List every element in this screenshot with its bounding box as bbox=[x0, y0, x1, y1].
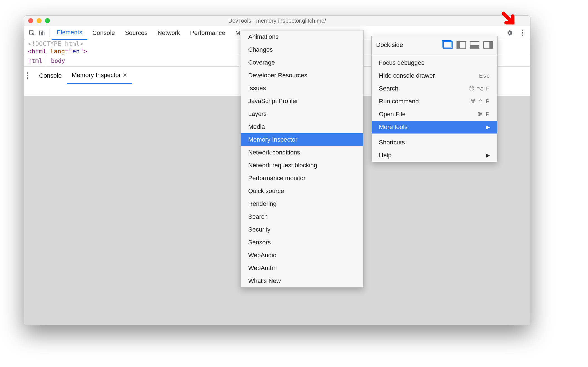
breadcrumb-html[interactable]: html bbox=[24, 55, 47, 66]
tab-network[interactable]: Network bbox=[152, 26, 185, 40]
more-tools-item-javascript-profiler[interactable]: JavaScript Profiler bbox=[241, 95, 363, 108]
drawer-kebab-icon[interactable] bbox=[24, 72, 34, 79]
dock-left-icon[interactable] bbox=[456, 41, 466, 49]
more-tools-item-performance-monitor[interactable]: Performance monitor bbox=[241, 172, 363, 185]
annotation-arrow-icon bbox=[501, 11, 517, 28]
chevron-right-icon: ▶ bbox=[486, 124, 490, 130]
tab-elements[interactable]: Elements bbox=[52, 26, 87, 40]
drawer-tab-console[interactable]: Console bbox=[34, 67, 67, 84]
chevron-right-icon: ▶ bbox=[486, 152, 490, 158]
tab-performance[interactable]: Performance bbox=[185, 26, 230, 40]
more-tools-item-changes[interactable]: Changes bbox=[241, 43, 363, 56]
more-tools-item-layers[interactable]: Layers bbox=[241, 108, 363, 120]
tab-console[interactable]: Console bbox=[87, 26, 120, 40]
dock-right-icon[interactable] bbox=[483, 41, 493, 49]
traffic-close-icon[interactable] bbox=[28, 18, 33, 23]
more-tools-item-issues[interactable]: Issues bbox=[241, 82, 363, 95]
more-tools-submenu: AnimationsChangesCoverageDeveloper Resou… bbox=[241, 30, 364, 288]
inspect-element-icon[interactable] bbox=[27, 28, 37, 38]
tab-sources[interactable]: Sources bbox=[120, 26, 152, 40]
more-options-kebab-icon[interactable] bbox=[517, 28, 527, 38]
more-tools-item-quick-source[interactable]: Quick source bbox=[241, 185, 363, 197]
more-tools-item-memory-inspector[interactable]: Memory Inspector bbox=[241, 133, 363, 146]
svg-rect-1 bbox=[40, 31, 43, 35]
device-toolbar-icon[interactable] bbox=[37, 28, 47, 38]
traffic-minimize-icon[interactable] bbox=[37, 18, 42, 23]
breadcrumb-body[interactable]: body bbox=[47, 55, 70, 66]
dock-side-row: Dock side bbox=[372, 36, 497, 54]
menu-separator bbox=[372, 135, 497, 135]
more-tools-item-network-request-blocking[interactable]: Network request blocking bbox=[241, 159, 363, 172]
dom-html-tag: <html lang="en"> bbox=[28, 48, 87, 55]
more-tools-item-search[interactable]: Search bbox=[241, 210, 363, 223]
more-tools-item-what-s-new[interactable]: What's New bbox=[241, 275, 363, 287]
more-tools-item-webaudio[interactable]: WebAudio bbox=[241, 249, 363, 262]
more-tools-item-media[interactable]: Media bbox=[241, 120, 363, 133]
more-tools-item-animations[interactable]: Animations bbox=[241, 30, 363, 43]
menu-item-more-tools[interactable]: More tools▶ bbox=[372, 121, 497, 134]
menu-item-help[interactable]: Help▶ bbox=[372, 149, 497, 162]
more-tools-item-network-conditions[interactable]: Network conditions bbox=[241, 146, 363, 159]
dom-doctype: <!DOCTYPE html> bbox=[28, 40, 83, 47]
menu-item-search[interactable]: Search⌘ ⌥ F bbox=[372, 82, 497, 95]
more-tools-item-webauthn[interactable]: WebAuthn bbox=[241, 262, 363, 275]
more-tools-item-security[interactable]: Security bbox=[241, 223, 363, 236]
drawer-tab-memory-inspector[interactable]: Memory Inspector✕ bbox=[67, 67, 132, 84]
main-options-menu: Dock side Focus debuggeeHide console dra… bbox=[371, 36, 498, 162]
menu-item-run-command[interactable]: Run command⌘ ⇧ P bbox=[372, 95, 497, 108]
menu-item-shortcuts[interactable]: Shortcuts bbox=[372, 136, 497, 149]
dock-undock-icon[interactable] bbox=[443, 41, 453, 49]
menu-item-hide-console-drawer[interactable]: Hide console drawerEsc bbox=[372, 69, 497, 82]
window-title: DevTools - memory-inspector.glitch.me/ bbox=[24, 18, 530, 24]
menu-item-open-file[interactable]: Open File⌘ P bbox=[372, 108, 497, 121]
dock-side-label: Dock side bbox=[376, 41, 439, 49]
more-tools-item-rendering[interactable]: Rendering bbox=[241, 197, 363, 210]
menu-item-focus-debuggee[interactable]: Focus debuggee bbox=[372, 56, 497, 69]
close-icon[interactable]: ✕ bbox=[123, 72, 127, 78]
more-tools-item-sensors[interactable]: Sensors bbox=[241, 236, 363, 249]
more-tools-item-developer-resources[interactable]: Developer Resources bbox=[241, 69, 363, 82]
more-tools-item-coverage[interactable]: Coverage bbox=[241, 56, 363, 69]
dock-bottom-icon[interactable] bbox=[470, 41, 479, 49]
traffic-maximize-icon[interactable] bbox=[45, 18, 50, 23]
menu-separator bbox=[372, 55, 497, 55]
settings-gear-icon[interactable] bbox=[505, 28, 515, 38]
divider bbox=[49, 29, 49, 37]
titlebar: DevTools - memory-inspector.glitch.me/ bbox=[24, 16, 530, 26]
